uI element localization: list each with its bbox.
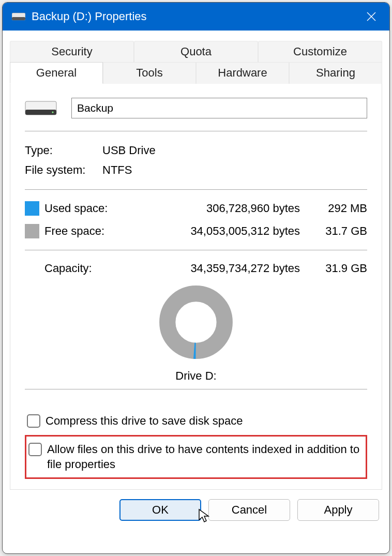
filesystem-label: File system: xyxy=(25,163,102,177)
drive-header xyxy=(25,98,367,131)
drive-label: Drive D: xyxy=(175,369,216,383)
used-hr: 292 MB xyxy=(321,202,367,215)
free-label: Free space: xyxy=(44,224,122,238)
drive-info: Type: USB Drive File system: NTFS xyxy=(25,131,367,189)
free-hr: 31.7 GB xyxy=(321,224,367,238)
capacity-bytes: 34,359,734,272 bytes xyxy=(122,262,321,275)
free-swatch xyxy=(25,224,39,238)
apply-button[interactable]: Apply xyxy=(297,499,379,521)
close-icon xyxy=(366,11,376,22)
type-value: USB Drive xyxy=(102,144,367,157)
checkbox-section: Compress this drive to save disk space A… xyxy=(25,389,367,479)
compress-option: Compress this drive to save disk space xyxy=(25,410,367,432)
properties-dialog: Backup (D:) Properties Security Quota Cu… xyxy=(2,2,390,554)
svg-rect-1 xyxy=(12,17,25,20)
close-button[interactable] xyxy=(359,5,383,28)
compress-label[interactable]: Compress this drive to save disk space xyxy=(46,413,243,429)
cancel-button[interactable]: Cancel xyxy=(208,499,290,521)
capacity-section: Capacity: 34,359,734,272 bytes 31.9 GB D… xyxy=(25,250,367,389)
tab-hardware[interactable]: Hardware xyxy=(196,62,289,84)
capacity-label: Capacity: xyxy=(44,262,122,275)
tab-sharing[interactable]: Sharing xyxy=(289,62,382,84)
tab-tools[interactable]: Tools xyxy=(103,62,196,84)
tab-content-general: Type: USB Drive File system: NTFS Used s… xyxy=(10,83,382,490)
tab-row-top: Security Quota Customize xyxy=(10,41,382,62)
tab-quota[interactable]: Quota xyxy=(134,41,258,62)
tabs-area: Security Quota Customize General Tools H… xyxy=(3,31,389,490)
ok-button[interactable]: OK xyxy=(119,499,201,521)
usage-chart: Drive D: xyxy=(25,284,367,383)
window-title: Backup (D:) Properties xyxy=(32,10,359,23)
drive-name-input[interactable] xyxy=(71,98,367,118)
drive-large-icon xyxy=(25,99,57,117)
tab-security[interactable]: Security xyxy=(10,41,134,62)
tab-row-bottom: General Tools Hardware Sharing xyxy=(10,62,382,84)
drive-icon xyxy=(12,12,25,21)
capacity-hr: 31.9 GB xyxy=(321,262,367,275)
svg-rect-5 xyxy=(25,110,56,115)
donut-chart xyxy=(158,284,234,360)
index-checkbox[interactable] xyxy=(28,443,42,456)
type-label: Type: xyxy=(25,144,102,157)
free-bytes: 34,053,005,312 bytes xyxy=(122,224,321,238)
space-section: Used space: 306,728,960 bytes 292 MB Fre… xyxy=(25,190,367,250)
index-option-highlighted: Allow files on this drive to have conten… xyxy=(25,435,367,479)
tab-general[interactable]: General xyxy=(10,62,103,84)
tab-customize[interactable]: Customize xyxy=(258,41,382,62)
svg-point-9 xyxy=(176,303,216,342)
compress-checkbox[interactable] xyxy=(27,414,40,428)
index-label[interactable]: Allow files on this drive to have conten… xyxy=(47,442,364,472)
used-label: Used space: xyxy=(44,202,122,215)
titlebar: Backup (D:) Properties xyxy=(3,3,389,31)
filesystem-value: NTFS xyxy=(102,163,367,177)
used-swatch xyxy=(25,201,39,216)
button-bar: OK Cancel Apply xyxy=(3,490,389,530)
svg-point-6 xyxy=(52,112,54,113)
used-bytes: 306,728,960 bytes xyxy=(122,202,321,215)
